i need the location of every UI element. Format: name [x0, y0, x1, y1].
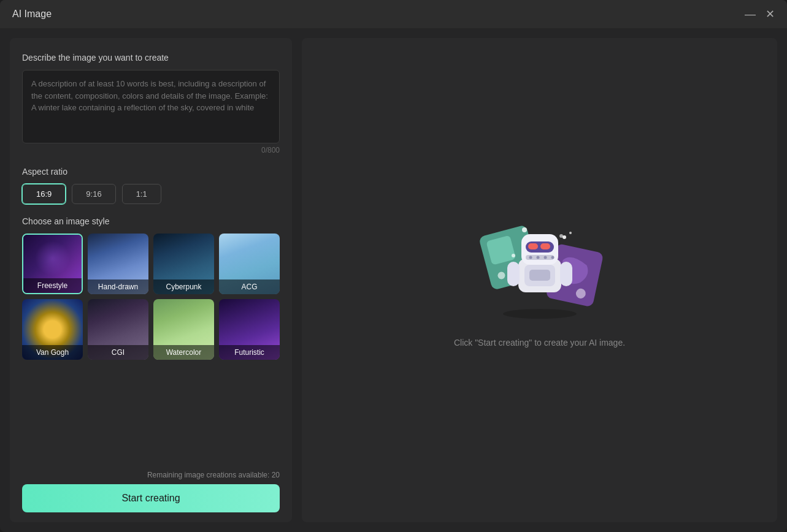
style-futuristic[interactable]: Futuristic [219, 299, 280, 360]
ratio-9-16[interactable]: 9:16 [72, 184, 115, 204]
right-panel: Click "Start creating" to create your AI… [302, 38, 777, 522]
style-cgi[interactable]: CGI [88, 299, 148, 360]
svg-point-24 [559, 234, 563, 238]
style-freestyle[interactable]: Freestyle [22, 234, 83, 294]
style-acg-label: ACG [219, 279, 280, 294]
style-futuristic-label: Futuristic [219, 345, 280, 360]
style-grid: Freestyle Hand-drawn Cyberpunk ACG [22, 234, 280, 360]
description-label: Describe the image you want to create [22, 53, 280, 63]
svg-point-11 [529, 256, 532, 259]
style-handdrawn[interactable]: Hand-drawn [88, 234, 148, 294]
window-title: AI Image [12, 9, 52, 20]
minimize-button[interactable]: — [745, 9, 756, 20]
svg-point-14 [551, 256, 554, 259]
style-watercolor[interactable]: Watercolor [153, 299, 214, 360]
aspect-ratio-section: Aspect ratio 16:9 9:16 1:1 [22, 167, 280, 204]
window-controls: — ✕ [745, 9, 775, 20]
svg-point-21 [512, 254, 515, 257]
title-bar: AI Image — ✕ [0, 0, 787, 28]
svg-rect-9 [540, 243, 550, 249]
style-vangogh[interactable]: Van Gogh [22, 299, 83, 360]
right-panel-hint: Click "Start creating" to create your AI… [454, 338, 625, 348]
svg-rect-8 [528, 243, 538, 249]
main-content: Describe the image you want to create 0/… [0, 28, 787, 532]
style-label: Choose an image style [22, 216, 280, 226]
svg-rect-16 [529, 270, 550, 281]
style-freestyle-label: Freestyle [23, 278, 82, 293]
ratio-16-9[interactable]: 16:9 [22, 184, 66, 204]
svg-point-22 [503, 309, 577, 319]
ratio-buttons: 16:9 9:16 1:1 [22, 184, 280, 204]
svg-point-12 [536, 256, 539, 259]
ratio-1-1[interactable]: 1:1 [122, 184, 161, 204]
char-count: 0/800 [22, 146, 280, 154]
svg-rect-18 [560, 262, 572, 286]
style-section: Choose an image style Freestyle Hand-dra… [22, 216, 280, 360]
close-button[interactable]: ✕ [766, 9, 775, 20]
style-acg[interactable]: ACG [219, 234, 280, 294]
description-input[interactable] [22, 70, 280, 143]
svg-point-20 [569, 232, 572, 234]
style-cyberpunk-label: Cyberpunk [153, 279, 214, 294]
ai-image-window: AI Image — ✕ Describe the image you want… [0, 0, 787, 532]
style-watercolor-label: Watercolor [153, 345, 214, 360]
svg-point-23 [522, 227, 527, 232]
style-cgi-label: CGI [88, 345, 148, 360]
remaining-count: Remaining image creations available: 20 [22, 471, 280, 479]
svg-point-13 [543, 256, 547, 259]
svg-rect-17 [507, 262, 520, 286]
style-vangogh-label: Van Gogh [22, 345, 83, 360]
robot-illustration [466, 213, 613, 323]
aspect-ratio-label: Aspect ratio [22, 167, 280, 177]
start-creating-button[interactable]: Start creating [22, 484, 280, 512]
style-handdrawn-label: Hand-drawn [88, 279, 148, 294]
style-cyberpunk[interactable]: Cyberpunk [153, 234, 214, 294]
left-panel: Describe the image you want to create 0/… [10, 38, 292, 522]
